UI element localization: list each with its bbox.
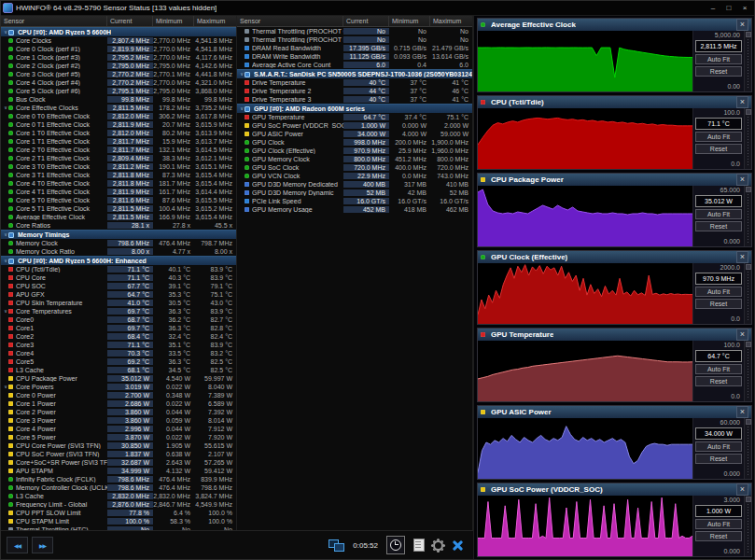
sensor-row[interactable]: Core 0 T1 Effective Clock2,811.9 MHz20.7… [1,120,236,129]
sensor-row[interactable]: GPU Memory Clock800.0 MHz451.2 MHz800.0 … [237,155,472,163]
reset-button[interactable]: Reset [695,221,742,231]
sensor-row[interactable]: Core 2 T0 Effective Clock2,811.7 MHz132.… [1,146,236,154]
sensor-row[interactable]: CPU SoC Power (SVI3 TFN)1.837 W0.638 W2.… [1,450,236,458]
auto-fit-button[interactable]: Auto Fit [695,364,742,374]
sensor-row[interactable]: Core169.7 °C36.3 °C82.8 °C [1,324,236,332]
sensor-row[interactable]: Core470.3 °C33.5 °C83.2 °C [1,349,236,357]
graph-titlebar[interactable]: CPU Package Power× [478,174,751,186]
reset-button[interactable]: Reset [695,376,742,386]
sensor-row[interactable]: PCIe Link Speed16.0 GT/s16.0 GT/s16.0 GT… [237,197,472,205]
sensor-row[interactable]: Thermal Throttling (PROCHOT EXT)NoNoNo [237,35,472,44]
sensor-row[interactable]: GPU Temperature64.7 °C37.4 °C75.1 °C [237,113,472,121]
graph-titlebar[interactable]: GPU Temperature× [478,329,751,341]
sensor-row[interactable]: Drive Temperature40 °C37 °C41 °C [237,78,472,87]
column-header-maximum[interactable]: Maximum [194,16,236,26]
sensor-row[interactable]: L3 Cache2,832.0 MHz2,832.0 MHz3,824.7 MH… [1,492,236,500]
maximize-icon[interactable]: □ [721,3,736,14]
gear-icon[interactable] [433,540,443,551]
close-icon[interactable]: × [736,96,748,108]
sensor-row[interactable]: CPU Core71.1 °C40.3 °C83.9 °C [1,273,236,282]
sensor-row[interactable]: CPU STAPM Limit100.0 %58.3 %100.0 % [1,517,236,525]
sensor-row[interactable]: Core 4 T0 Effective Clock2,811.8 MHz181.… [1,179,236,188]
section-header[interactable]: ∨S.M.A.R.T.: SanDisk PC SN5000S SDEPNSJ-… [237,69,472,78]
sensor-row[interactable]: Core 0 Clock (perf #1)2,819.9 MHz2,770.0… [1,45,236,53]
sensor-row[interactable]: GPU Memory Usage452 MB418 MB462 MB [237,205,472,214]
sensor-row[interactable]: GPU SoC Power (VDDCR_SOC)1.000 W0.000 W2… [237,121,472,130]
column-header-minimum[interactable]: Minimum [153,16,194,26]
section-header[interactable]: ∨GPU [#0]: AMD Radeon 600M series [237,104,472,113]
sensor-row[interactable]: Core 5 Clock (perf #6)2,795.1 MHz2,795.0… [1,87,236,95]
sensor-row[interactable]: CPU (Tctl/Tdie)71.1 °C40.1 °C83.9 °C [1,265,236,273]
auto-fit-button[interactable]: Auto Fit [695,287,742,297]
table-header[interactable]: Sensor Current Minimum Maximum [1,16,236,27]
sensor-row[interactable]: Core 1 T0 Effective Clock2,812.0 MHz80.2… [1,129,236,137]
auto-fit-button[interactable]: Auto Fit [695,519,742,529]
clock-toggle-button[interactable] [386,536,405,554]
sensor-row[interactable]: Core371.1 °C35.1 °C83.9 °C [1,341,236,349]
column-header-current[interactable]: Current [107,16,153,26]
sensor-row[interactable]: Core 5 T0 Effective Clock2,811.6 MHz87.6… [1,196,236,204]
graph-titlebar[interactable]: CPU (Tctl/Tdie)× [478,96,751,108]
sensor-row[interactable]: Average Active Core Count6.00.46.0 [237,61,472,69]
sensor-row[interactable]: Core 0 Power2.700 W0.348 W7.389 W [1,391,236,399]
graph-titlebar[interactable]: GPU Clock (Effective)× [478,251,751,263]
close-icon[interactable]: × [736,329,748,341]
sensor-row[interactable]: GPU VCN Clock22.9 MHz0.0 MHz743.0 MHz [237,172,472,180]
sensor-row[interactable]: L3 Cache68.1 °C34.5 °C82.5 °C [1,366,236,374]
back-button[interactable]: ◀◀ [7,537,28,553]
sensor-row[interactable]: GPU SoC Clock720.0 MHz400.0 MHz720.0 MHz [237,163,472,172]
forward-button[interactable]: ▶▶ [32,537,53,553]
column-header-maximum[interactable]: Maximum [430,16,472,26]
sensor-row[interactable]: APU STAPM34.999 W4.132 W59.412 W [1,467,236,475]
section-header[interactable]: ∨Memory Timings [1,230,236,239]
close-icon[interactable]: × [736,251,748,263]
sensor-row[interactable]: APU GFX64.7 °C35.3 °C75.1 °C [1,290,236,299]
sensor-row[interactable]: Core 2 Power3.860 W0.044 W7.392 W [1,408,236,416]
sensor-row[interactable]: CPU Core Power (SVI3 TFN)30.850 W1.905 W… [1,441,236,450]
auto-fit-button[interactable]: Auto Fit [695,54,742,64]
panel-scrollbar[interactable] [744,108,751,169]
sensor-row[interactable]: CPU Skin Temperature41.0 °C30.5 °C43.0 °… [1,299,236,307]
column-header-minimum[interactable]: Minimum [389,16,430,26]
panel-scrollbar[interactable] [744,263,751,324]
sensor-row[interactable]: Drive Temperature 340 °C37 °C41 °C [237,95,472,104]
panel-scrollbar[interactable] [744,341,751,401]
sensor-row[interactable]: Core 1 Power2.686 W0.022 W6.589 W [1,399,236,408]
sensor-row[interactable]: Average Effective Clock2,811.5 MHz166.9 … [1,213,236,221]
auto-fit-button[interactable]: Auto Fit [695,209,742,219]
sensor-row[interactable]: GPU D3D Memory Dedicated400 MB317 MB410 … [237,180,472,189]
sensor-row[interactable]: Core 3 T0 Effective Clock2,811.2 MHz190.… [1,162,236,171]
graph-titlebar[interactable]: Average Effective Clock× [478,19,751,31]
sensor-row[interactable]: Core 2 Clock (perf #2)2,795.0 MHz2,795.0… [1,62,236,70]
report-icon[interactable] [413,539,425,552]
remote-monitors-button[interactable] [329,539,344,551]
sensor-row[interactable]: Core 3 T1 Effective Clock2,811.8 MHz87.3… [1,171,236,179]
sensor-row[interactable]: Core 5 Power3.870 W0.022 W7.920 W [1,433,236,441]
table-header[interactable]: Sensor Current Minimum Maximum [237,16,472,27]
close-icon[interactable]: × [736,406,748,418]
sensor-row[interactable]: Drive Temperature 244 °C37 °C46 °C [237,87,472,95]
sensor-row[interactable]: Core 4 T1 Effective Clock2,811.9 MHz161.… [1,188,236,196]
sensor-row[interactable]: CPU PPT SLOW Limit77.8 %6.4 %100.0 % [1,509,236,517]
sensor-row[interactable]: Core 4 Power2.996 W0.044 W7.912 W [1,425,236,433]
sensor-row[interactable]: Infinity Fabric Clock (FCLK)798.6 MHz476… [1,475,236,483]
close-icon[interactable]: × [736,19,748,31]
sensor-row[interactable]: GPU D3D Memory Dynamic52 MB42 MB52 MB [237,189,472,197]
sensor-row[interactable]: Core 2 T1 Effective Clock2,809.4 MHz38.3… [1,154,236,162]
sensor-row[interactable]: GPU Clock998.0 MHz200.0 MHz1,900.0 MHz [237,138,472,147]
auto-fit-button[interactable]: Auto Fit [695,441,742,452]
close-icon[interactable]: × [736,174,748,186]
sensor-row[interactable]: CPU SOC67.7 °C39.1 °C79.1 °C [1,282,236,290]
reset-button[interactable]: Reset [695,454,742,464]
close-icon[interactable]: × [736,483,748,496]
column-header-current[interactable]: Current [343,16,389,26]
panel-scrollbar[interactable] [744,186,751,246]
sensor-row[interactable]: Core 1 T1 Effective Clock2,811.7 MHz15.9… [1,137,236,146]
sensor-row[interactable]: Core Ratios28.1 x27.8 x45.5 x [1,221,236,230]
reset-button[interactable]: Reset [695,66,742,77]
graph-titlebar[interactable]: GPU ASIC Power× [478,406,751,418]
sensor-row[interactable]: Core Clocks2,807.4 MHz2,770.0 MHz4,541.8… [1,36,236,45]
sensor-row[interactable]: Frequency Limit - Global2,876.0 MHz2,846… [1,500,236,509]
sensor-row[interactable]: ∨Core Powers3.019 W0.022 W8.040 W [1,383,236,391]
sensor-row[interactable]: Core268.4 °C32.4 °C82.4 °C [1,332,236,341]
